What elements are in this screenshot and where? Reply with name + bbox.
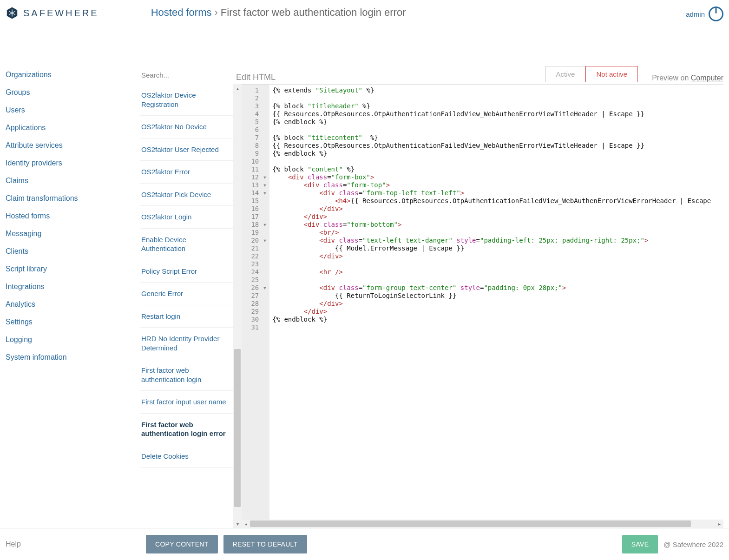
reset-to-default-button[interactable]: RESET TO DEFAULT <box>223 535 307 553</box>
template-item[interactable]: OS2faktor No Device <box>140 116 233 138</box>
nav-item-messaging[interactable]: Messaging <box>6 225 140 243</box>
scroll-left-arrow[interactable]: ◂ <box>242 520 250 528</box>
scroll-thumb[interactable] <box>234 349 241 507</box>
editor-code[interactable]: {% extends "SiteLayout" %} {% block "tit… <box>269 85 723 520</box>
template-item[interactable]: HRD No Identity Provider Determined <box>140 328 233 359</box>
active-toggle: Active Not active <box>545 66 638 82</box>
template-item[interactable]: First factor input user name <box>140 391 233 414</box>
nav-item-integrations[interactable]: Integrations <box>6 278 140 296</box>
preview-target-link[interactable]: Computer <box>691 74 723 82</box>
nav-item-hosted-forms[interactable]: Hosted forms <box>6 207 140 225</box>
save-button[interactable]: SAVE <box>622 535 658 553</box>
search-input[interactable] <box>140 68 224 82</box>
brand-logo[interactable]: SAFEWHERE <box>6 7 99 20</box>
brand-text: SAFEWHERE <box>23 8 99 19</box>
scroll-down-arrow[interactable]: ▾ <box>233 520 242 528</box>
nav-item-applications[interactable]: Applications <box>6 119 140 137</box>
help-link[interactable]: Help <box>6 540 140 548</box>
template-item[interactable]: Delete Cookies <box>140 445 233 468</box>
h-scroll-thumb[interactable] <box>250 520 691 527</box>
nav-item-logging[interactable]: Logging <box>6 331 140 349</box>
scroll-up-arrow[interactable]: ▴ <box>233 84 242 92</box>
editor-h-scrollbar[interactable]: ◂ ▸ <box>242 520 723 528</box>
template-item[interactable]: OS2faktor User Rejected <box>140 138 233 161</box>
template-item[interactable]: Enable Device Authentication <box>140 229 233 260</box>
template-item[interactable]: First factor web authentication login <box>140 359 233 391</box>
template-list: OS2faktor Device RegistrationOS2faktor N… <box>140 84 233 528</box>
template-item[interactable]: First factor web authentication login er… <box>140 414 233 445</box>
nav-item-settings[interactable]: Settings <box>6 313 140 331</box>
breadcrumb-separator: › <box>215 7 218 19</box>
template-item[interactable]: Generic Error <box>140 283 233 305</box>
breadcrumb-root-link[interactable]: Hosted forms <box>151 7 212 19</box>
scroll-right-arrow[interactable]: ▸ <box>715 520 723 528</box>
nav-item-groups[interactable]: Groups <box>6 84 140 101</box>
nav-item-claim-transformations[interactable]: Claim transformations <box>6 190 140 207</box>
template-item[interactable]: Restart login <box>140 305 233 328</box>
nav-item-system-infomation[interactable]: System infomation <box>6 349 140 366</box>
breadcrumb-current: First factor web authentication login er… <box>221 7 406 19</box>
copy-content-button[interactable]: COPY CONTENT <box>146 535 218 553</box>
power-icon[interactable] <box>709 7 723 21</box>
nav-item-organizations[interactable]: Organizations <box>6 66 140 84</box>
template-scrollbar[interactable]: ▴ ▾ <box>233 84 242 528</box>
breadcrumb: Hosted forms › First factor web authenti… <box>151 7 406 19</box>
template-item[interactable]: OS2faktor Device Registration <box>140 84 233 116</box>
nav-item-clients[interactable]: Clients <box>6 243 140 260</box>
template-item[interactable]: OS2faktor Pick Device <box>140 184 233 206</box>
nav-item-users[interactable]: Users <box>6 101 140 119</box>
copyright: @ Safewhere 2022 <box>663 540 723 548</box>
template-item[interactable]: OS2faktor Login <box>140 206 233 229</box>
nav-item-identity-providers[interactable]: Identity providers <box>6 154 140 172</box>
code-editor[interactable]: 1 2 3 4 5 6 7 8 9 10 11 12 ▾ 13 ▾ 14 ▾ 1… <box>242 84 723 528</box>
nav-item-script-library[interactable]: Script library <box>6 260 140 278</box>
main-nav: OrganizationsGroupsUsersApplicationsAttr… <box>6 23 140 528</box>
nav-item-analytics[interactable]: Analytics <box>6 296 140 313</box>
preview-label: Preview on Computer <box>652 74 723 82</box>
hex-snowflake-icon <box>6 7 19 20</box>
editor-title: Edit HTML <box>236 72 276 82</box>
nav-item-claims[interactable]: Claims <box>6 172 140 190</box>
editor-gutter: 1 2 3 4 5 6 7 8 9 10 11 12 ▾ 13 ▾ 14 ▾ 1… <box>242 85 269 520</box>
toggle-active-button[interactable]: Active <box>545 66 586 82</box>
template-item[interactable]: OS2faktor Error <box>140 161 233 184</box>
current-user[interactable]: admin <box>686 10 705 18</box>
nav-item-attribute-services[interactable]: Attribute services <box>6 137 140 154</box>
toggle-not-active-button[interactable]: Not active <box>585 66 638 82</box>
template-item[interactable]: Policy Script Error <box>140 260 233 283</box>
